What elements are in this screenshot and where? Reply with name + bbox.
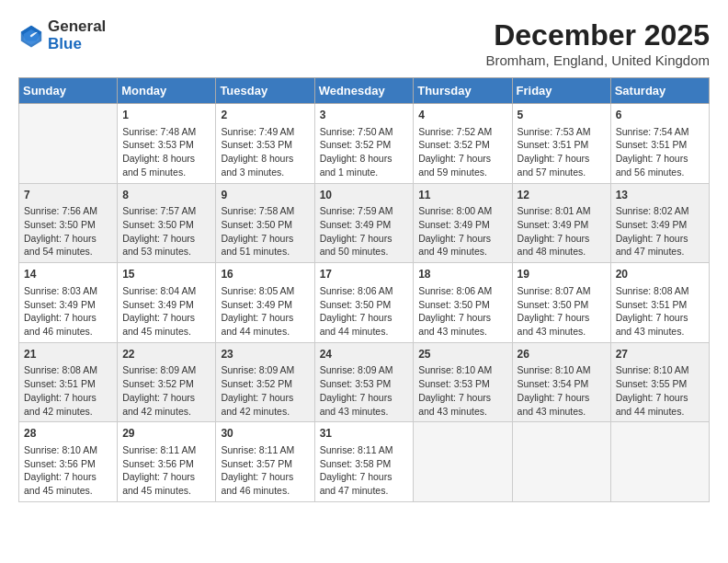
day-info-line: Sunrise: 8:09 AM — [320, 363, 409, 377]
day-number: 21 — [24, 347, 112, 362]
day-info-line: Daylight: 7 hours — [320, 470, 409, 484]
day-info-line: Daylight: 7 hours — [616, 311, 704, 325]
day-info-line: Daylight: 7 hours — [122, 391, 210, 405]
calendar-subtitle: Bromham, England, United Kingdom — [486, 52, 710, 68]
day-info-line: Sunrise: 8:08 AM — [616, 284, 704, 298]
day-info-line: Sunset: 3:51 PM — [518, 138, 606, 152]
day-info-line: Sunset: 3:49 PM — [320, 218, 409, 232]
day-info-line: and 45 minutes. — [122, 325, 210, 339]
day-info-line: Sunrise: 8:02 AM — [616, 204, 704, 218]
calendar-cell: 23Sunrise: 8:09 AMSunset: 3:52 PMDayligh… — [216, 342, 314, 422]
day-number: 3 — [320, 108, 409, 123]
day-info-line: Sunset: 3:52 PM — [221, 377, 309, 391]
day-info-line: and 42 minutes. — [24, 405, 112, 419]
day-info-line: Sunrise: 7:57 AM — [122, 204, 210, 218]
calendar-cell: 19Sunrise: 8:07 AMSunset: 3:50 PMDayligh… — [512, 263, 610, 343]
day-info-line: and 42 minutes. — [122, 405, 210, 419]
calendar-cell: 9Sunrise: 7:58 AMSunset: 3:50 PMDaylight… — [216, 183, 314, 263]
day-info-line: Sunrise: 7:58 AM — [221, 204, 309, 218]
calendar-cell: 17Sunrise: 8:06 AMSunset: 3:50 PMDayligh… — [314, 263, 414, 343]
day-info-line: Sunset: 3:50 PM — [518, 298, 606, 312]
day-info-line: and 44 minutes. — [616, 405, 704, 419]
day-info-line: and 45 minutes. — [24, 484, 112, 498]
calendar-cell: 31Sunrise: 8:11 AMSunset: 3:58 PMDayligh… — [314, 422, 414, 502]
day-number: 5 — [518, 108, 606, 123]
calendar-cell: 30Sunrise: 8:11 AMSunset: 3:57 PMDayligh… — [216, 422, 314, 502]
day-info-line: and 43 minutes. — [418, 325, 506, 339]
calendar-cell: 11Sunrise: 8:00 AMSunset: 3:49 PMDayligh… — [414, 183, 512, 263]
day-info-line: Daylight: 7 hours — [221, 311, 309, 325]
day-number: 27 — [616, 347, 704, 362]
calendar-cell: 1Sunrise: 7:48 AMSunset: 3:53 PMDaylight… — [118, 104, 216, 184]
calendar-cell: 14Sunrise: 8:03 AMSunset: 3:49 PMDayligh… — [19, 263, 118, 343]
day-info-line: Daylight: 7 hours — [122, 311, 210, 325]
day-number: 25 — [418, 347, 506, 362]
week-row-2: 7Sunrise: 7:56 AMSunset: 3:50 PMDaylight… — [19, 183, 710, 263]
day-number: 26 — [518, 347, 606, 362]
day-info-line: Daylight: 7 hours — [320, 311, 409, 325]
day-info-line: Sunset: 3:49 PM — [616, 218, 704, 232]
day-info-line: Daylight: 7 hours — [418, 232, 506, 246]
day-info-line: Sunrise: 8:04 AM — [122, 284, 210, 298]
day-info-line: and 1 minute. — [320, 166, 409, 179]
day-info-line: Daylight: 7 hours — [320, 232, 409, 246]
header-sunday: Sunday — [19, 78, 118, 104]
calendar-cell: 25Sunrise: 8:10 AMSunset: 3:53 PMDayligh… — [414, 342, 512, 422]
logo-blue: Blue — [48, 36, 106, 53]
calendar-cell: 3Sunrise: 7:50 AMSunset: 3:52 PMDaylight… — [314, 104, 414, 184]
day-number: 17 — [320, 267, 409, 282]
day-info-line: and 45 minutes. — [122, 484, 210, 498]
day-number: 11 — [418, 188, 506, 203]
day-info-line: Sunset: 3:49 PM — [518, 218, 606, 232]
day-number: 4 — [418, 108, 506, 123]
day-info-line: Sunrise: 8:03 AM — [24, 284, 112, 298]
logo-icon — [18, 23, 44, 49]
day-info-line: Daylight: 7 hours — [418, 152, 506, 166]
day-info-line: Sunrise: 8:05 AM — [221, 284, 309, 298]
day-info-line: Sunset: 3:50 PM — [418, 298, 506, 312]
calendar-cell: 21Sunrise: 8:08 AMSunset: 3:51 PMDayligh… — [19, 342, 118, 422]
day-info-line: Sunrise: 7:50 AM — [320, 125, 409, 139]
day-info-line: Sunset: 3:49 PM — [122, 298, 210, 312]
day-info-line: Daylight: 7 hours — [616, 391, 704, 405]
logo-text-block: General Blue — [48, 18, 106, 52]
calendar-cell — [19, 104, 118, 184]
day-info-line: Sunset: 3:55 PM — [616, 377, 704, 391]
day-info-line: and 46 minutes. — [221, 484, 309, 498]
day-info-line: Sunrise: 8:11 AM — [122, 443, 210, 457]
day-info-line: Daylight: 7 hours — [518, 391, 606, 405]
day-info-line: Sunset: 3:50 PM — [122, 218, 210, 232]
calendar-cell: 5Sunrise: 7:53 AMSunset: 3:51 PMDaylight… — [512, 104, 610, 184]
day-info-line: Sunrise: 7:48 AM — [122, 125, 210, 139]
day-info-line: Sunrise: 8:01 AM — [518, 204, 606, 218]
header-thursday: Thursday — [414, 78, 512, 104]
day-info-line: Sunrise: 8:10 AM — [24, 443, 112, 457]
day-info-line: and 56 minutes. — [616, 166, 704, 179]
title-section: December 2025 Bromham, England, United K… — [486, 18, 710, 68]
day-number: 23 — [221, 347, 309, 362]
day-info-line: and 44 minutes. — [320, 325, 409, 339]
day-number: 10 — [320, 188, 409, 203]
day-info-line: Sunset: 3:50 PM — [221, 218, 309, 232]
day-info-line: and 51 minutes. — [221, 245, 309, 259]
day-info-line: and 42 minutes. — [221, 405, 309, 419]
week-row-3: 14Sunrise: 8:03 AMSunset: 3:49 PMDayligh… — [19, 263, 710, 343]
calendar-cell: 6Sunrise: 7:54 AMSunset: 3:51 PMDaylight… — [610, 104, 709, 184]
day-info-line: Sunrise: 8:10 AM — [418, 363, 506, 377]
day-info-line: and 50 minutes. — [320, 245, 409, 259]
day-info-line: Sunset: 3:51 PM — [616, 298, 704, 312]
day-info-line: Sunset: 3:56 PM — [122, 457, 210, 471]
calendar-cell: 26Sunrise: 8:10 AMSunset: 3:54 PMDayligh… — [512, 342, 610, 422]
day-info-line: and 47 minutes. — [616, 245, 704, 259]
calendar-cell: 15Sunrise: 8:04 AMSunset: 3:49 PMDayligh… — [118, 263, 216, 343]
day-info-line: and 53 minutes. — [122, 245, 210, 259]
day-number: 13 — [616, 188, 704, 203]
day-info-line: Sunrise: 8:08 AM — [24, 363, 112, 377]
day-info-line: Sunrise: 8:10 AM — [616, 363, 704, 377]
day-info-line: Sunset: 3:49 PM — [418, 218, 506, 232]
day-info-line: Daylight: 7 hours — [24, 391, 112, 405]
day-info-line: Sunset: 3:50 PM — [24, 218, 112, 232]
day-info-line: and 49 minutes. — [418, 245, 506, 259]
day-number: 28 — [24, 426, 112, 442]
day-info-line: Sunset: 3:51 PM — [24, 377, 112, 391]
